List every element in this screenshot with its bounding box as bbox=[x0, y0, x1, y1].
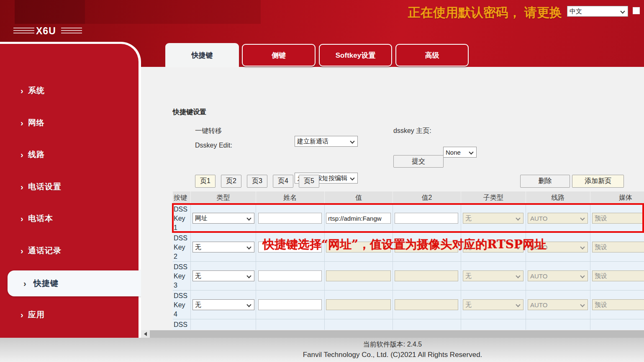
media-select-value: 预设 bbox=[595, 243, 607, 251]
media-select[interactable]: 预设 bbox=[592, 270, 644, 281]
tab-function-key[interactable]: 快捷键 bbox=[165, 43, 239, 67]
add-new-page-button[interactable]: 添加新页 bbox=[572, 175, 624, 188]
sidebar-item-phonebook[interactable]: › 电话本 bbox=[0, 212, 139, 225]
dsskey-home-label: dsskey 主页: bbox=[393, 127, 431, 135]
sidebar-item-application[interactable]: › 应用 bbox=[0, 308, 139, 321]
type-select[interactable]: 无 bbox=[192, 242, 254, 252]
subtype-select[interactable]: 无 bbox=[463, 270, 523, 281]
tab-label: 高级 bbox=[425, 51, 439, 60]
dsskey-home-value: None bbox=[446, 149, 461, 156]
dsskey-row-label: DSS Key 4 bbox=[173, 291, 191, 319]
line-select[interactable]: AUTO bbox=[528, 270, 588, 281]
one-key-transfer-select[interactable]: 建立新通话 bbox=[295, 136, 358, 147]
header-shade bbox=[15, 0, 85, 24]
value-input[interactable] bbox=[326, 242, 391, 252]
value2-input[interactable] bbox=[395, 299, 458, 310]
submit-button[interactable]: 提交 bbox=[393, 155, 444, 168]
type-select[interactable]: 网址 bbox=[192, 213, 254, 224]
name-input[interactable] bbox=[258, 299, 322, 310]
sidebar-item-label: 网络 bbox=[28, 117, 45, 128]
col-header-value2: 值2 bbox=[393, 191, 461, 204]
line-select[interactable]: AUTO bbox=[528, 213, 588, 224]
sidebar-item-line[interactable]: › 线路 bbox=[0, 148, 139, 161]
one-key-transfer-label: 一键转移 bbox=[195, 127, 222, 135]
line-select[interactable]: AUTO bbox=[528, 242, 588, 252]
type-select-value: 无 bbox=[195, 272, 201, 280]
line-select-value: AUTO bbox=[530, 273, 547, 280]
software-version: 当前软件版本: 2.4.5 bbox=[141, 340, 644, 349]
delete-button[interactable]: 删除 bbox=[520, 175, 570, 188]
logo-speedlines-right bbox=[61, 28, 82, 34]
submit-button-label: 提交 bbox=[412, 157, 425, 166]
section-title: 快捷键设置 bbox=[173, 108, 206, 117]
sidebar-item-label: 电话本 bbox=[28, 213, 53, 224]
subtype-select-value: 无 bbox=[465, 243, 472, 251]
horizontal-scrollbar[interactable] bbox=[141, 330, 644, 338]
sidebar-item-label: 系统 bbox=[28, 85, 45, 96]
tab-softkey-settings[interactable]: Softkey设置 bbox=[319, 44, 392, 66]
page-button-label: 页1 bbox=[200, 177, 210, 186]
value2-input[interactable] bbox=[395, 242, 458, 252]
page-5-button[interactable]: 页5 bbox=[299, 175, 319, 188]
table-row: DSS Key 4 无 无 AUTO 预设 bbox=[173, 291, 644, 319]
media-select-value: 预设 bbox=[595, 272, 607, 280]
line-select-value: AUTO bbox=[530, 215, 547, 222]
sidebar-item-phone-settings[interactable]: › 电话设置 bbox=[0, 180, 139, 194]
col-header-key: 按键 bbox=[173, 191, 191, 204]
sidebar-item-function-key-active[interactable]: › 快捷键 bbox=[8, 270, 141, 296]
value2-input[interactable] bbox=[395, 270, 458, 281]
line-select[interactable]: AUTO bbox=[528, 299, 588, 310]
page-1-button[interactable]: 页1 bbox=[195, 175, 216, 188]
sidebar-item-call-logs[interactable]: › 通话记录 bbox=[0, 244, 139, 257]
logo-speedlines-left bbox=[13, 28, 34, 34]
footer: 当前软件版本: 2.4.5 Fanvil Technology Co., Ltd… bbox=[0, 338, 644, 362]
table-row: DSS Key 2 无 无 AUTO 预设 bbox=[173, 233, 644, 262]
dsskey-table: 按键 类型 姓名 值 值2 子类型 线路 媒体 DSS Key 1 网址 无 A… bbox=[173, 191, 644, 330]
language-select-value: 中文 bbox=[570, 8, 582, 15]
sidebar-item-network[interactable]: › 网络 bbox=[0, 116, 139, 130]
dsskey-row-label: DSS Key 2 bbox=[173, 233, 191, 262]
page-3-button[interactable]: 页3 bbox=[247, 175, 267, 188]
table-header-row: 按键 类型 姓名 值 值2 子类型 线路 媒体 bbox=[173, 191, 644, 204]
dsskey-edit-label: Dsskey Edit: bbox=[195, 142, 232, 149]
subtype-select[interactable]: 无 bbox=[463, 213, 523, 224]
page-2-button[interactable]: 页2 bbox=[221, 175, 241, 188]
page-4-button[interactable]: 页4 bbox=[273, 175, 293, 188]
add-new-page-label: 添加新页 bbox=[585, 177, 611, 186]
delete-button-label: 删除 bbox=[539, 177, 552, 186]
type-select-value: 无 bbox=[195, 243, 201, 251]
subtype-select[interactable]: 无 bbox=[463, 299, 523, 310]
value-input[interactable] bbox=[326, 299, 391, 310]
media-select[interactable]: 预设 bbox=[592, 242, 644, 252]
table-row-partial: DSS bbox=[173, 319, 644, 330]
tab-label: Softkey设置 bbox=[336, 51, 375, 60]
language-select[interactable]: 中文 bbox=[567, 6, 628, 17]
media-select[interactable]: 预设 bbox=[592, 213, 644, 224]
type-select-value: 网址 bbox=[195, 214, 208, 222]
dsskey-home-select[interactable]: None bbox=[443, 147, 477, 158]
media-select[interactable]: 预设 bbox=[592, 299, 644, 310]
value-input[interactable] bbox=[326, 213, 391, 224]
tab-side-key[interactable]: 侧键 bbox=[242, 44, 316, 66]
app-window: X6U 正在使用默认密码， 请更换 中文 › 系统 › 网络 › 线路 › 电话… bbox=[0, 0, 644, 362]
tab-advanced[interactable]: 高级 bbox=[395, 44, 469, 66]
table-row: DSS Key 3 无 无 AUTO 预设 bbox=[173, 262, 644, 291]
page-button-label: 页3 bbox=[252, 177, 262, 186]
topbar-checkbox[interactable] bbox=[633, 7, 640, 14]
tab-label: 快捷键 bbox=[192, 51, 213, 60]
subtype-select[interactable]: 无 bbox=[463, 242, 523, 252]
name-input[interactable] bbox=[258, 213, 322, 224]
line-select-value: AUTO bbox=[530, 244, 547, 251]
brand-logo: X6U bbox=[36, 25, 56, 37]
name-input[interactable] bbox=[258, 270, 322, 281]
sidebar-item-system[interactable]: › 系统 bbox=[0, 84, 139, 97]
value-input[interactable] bbox=[326, 270, 391, 281]
value2-input[interactable] bbox=[395, 213, 458, 224]
type-select[interactable]: 无 bbox=[192, 270, 254, 281]
name-input[interactable] bbox=[258, 242, 322, 252]
line-select-value: AUTO bbox=[530, 301, 547, 308]
dsskey-row-label: DSS bbox=[173, 319, 191, 330]
type-select[interactable]: 无 bbox=[192, 299, 254, 310]
col-header-line: 线路 bbox=[526, 191, 590, 204]
scroll-left-arrow-icon[interactable] bbox=[141, 330, 150, 338]
